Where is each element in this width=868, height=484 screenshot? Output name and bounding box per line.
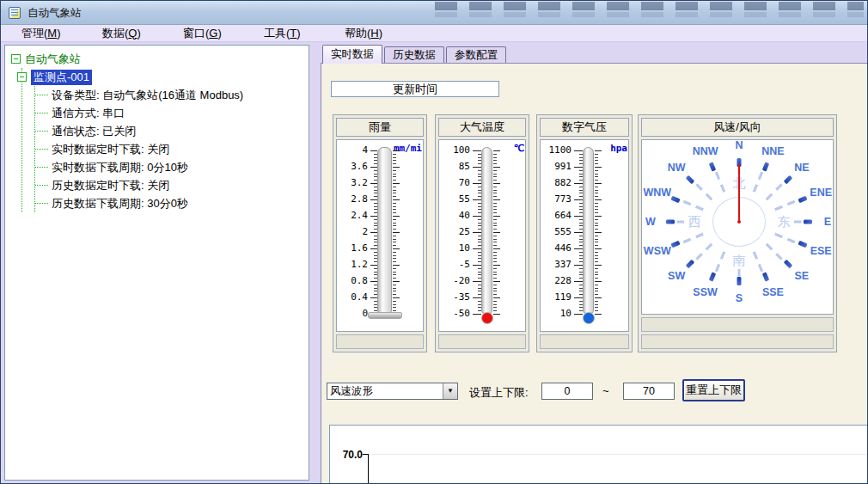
gauge-tick (595, 150, 602, 151)
tree-station-row[interactable]: 监测点-001 (17, 68, 309, 86)
gauge-tick (493, 225, 497, 226)
menu-item-Q[interactable]: 数据(Q) (102, 26, 183, 41)
gauge-tick (595, 157, 598, 158)
gauge-tick (595, 281, 602, 282)
compass-cardinal-S: 南 (733, 252, 746, 268)
gauge-tick (493, 174, 497, 175)
gauge-scale-label: -20 (439, 276, 470, 286)
gauge-tick (574, 216, 583, 217)
gauge-scale-label: 119 (541, 292, 572, 303)
lower-limit-input[interactable] (541, 383, 593, 400)
gauge-tick (393, 167, 400, 168)
menu-item-T[interactable]: 工具(T) (264, 26, 345, 41)
tree-property-row[interactable]: 设备类型: 自动气象站(16通道 Modbus) (35, 86, 309, 104)
compass-dash-E (791, 221, 802, 224)
compass-center-dot (737, 220, 741, 224)
gauge-tick (370, 232, 377, 233)
compass-marker-E (804, 220, 812, 224)
thermometer-1: mm/mi43.63.22.82.421.61.20.80.40 (336, 139, 424, 332)
device-tree: 自动气象站 监测点-001 设备类型: 自动气象站(16通道 Modbus)通信… (5, 46, 309, 212)
tree-property-row[interactable]: 通信方式: 串口 (35, 104, 309, 122)
menu-item-M[interactable]: 管理(M) (21, 26, 102, 41)
tree-property-label: 通信方式: 串口 (52, 106, 125, 121)
gauge-tick (595, 196, 598, 197)
gauge-tick (393, 232, 400, 233)
gauge-tick (370, 199, 377, 200)
gauge-tick (595, 223, 598, 224)
compass-label-ENE: ENE (810, 187, 832, 199)
gauge-scale-label: 0.4 (337, 292, 368, 303)
gauge-tick (493, 232, 500, 233)
gauge-tick (574, 167, 583, 168)
gauge-scale-label: 337 (541, 260, 572, 270)
tree-connector (35, 203, 48, 204)
tree-property-label: 设备类型: 自动气象站(16通道 Modbus) (52, 88, 243, 103)
tree-property-row[interactable]: 实时数据定时下载: 关闭 (35, 140, 309, 158)
tree-expander-icon[interactable] (17, 72, 27, 82)
gauge-tick (493, 163, 497, 164)
compass-dash-ESE (770, 231, 795, 243)
gauge-tick (393, 258, 396, 259)
gauge-tick (595, 291, 598, 291)
waveform-select[interactable]: 风速波形 ▼ (327, 383, 458, 400)
gauge-scale-label: 10 (439, 243, 470, 254)
compass-marker-NNW (709, 162, 716, 172)
compass-marker-WSW (671, 241, 681, 248)
update-time-button[interactable]: 更新时间 (331, 81, 499, 97)
compass-label-ESE: ESE (810, 245, 832, 257)
upper-limit-input[interactable] (623, 383, 675, 400)
gauge-tick (393, 187, 396, 187)
gauge-scale-label: 40 (439, 211, 470, 221)
tab-3[interactable]: 参数配置 (446, 46, 506, 63)
gauge-tick (393, 304, 396, 305)
gauge-tick (493, 187, 497, 187)
reset-limits-button[interactable]: 重置上下限 (682, 379, 745, 401)
gauge-tick (493, 255, 497, 256)
tab-1[interactable]: 实时数据 (322, 45, 382, 64)
gauge-tick (393, 163, 396, 164)
tree-station-label[interactable]: 监测点-001 (31, 70, 92, 85)
tree-expander-icon[interactable] (11, 54, 21, 64)
tree-property-row[interactable]: 历史数据下载周期: 30分0秒 (35, 194, 309, 212)
menu-item-H[interactable]: 帮助(H) (345, 26, 425, 41)
compass-marker-SE (783, 259, 792, 268)
tree-root-label[interactable]: 自动气象站 (25, 52, 81, 67)
gauge-tube (481, 147, 492, 314)
compass-marker-SW (686, 259, 695, 268)
gauge-tick (595, 294, 598, 295)
gauge-tick (393, 190, 396, 191)
gauge-tick (574, 248, 583, 249)
gauge-tick (493, 176, 497, 177)
gauge-tick (393, 268, 396, 269)
gauge-tick (595, 301, 598, 302)
compass-dash-NNW (715, 172, 727, 197)
tree-root-row[interactable]: 自动气象站 (11, 50, 309, 68)
gauge-tick (493, 219, 497, 220)
compass-label-W: W (645, 216, 656, 228)
compass-dash-NE (762, 183, 782, 203)
menu-item-G[interactable]: 窗口(G) (183, 26, 264, 41)
gauge-tick (574, 265, 583, 266)
tree-property-row[interactable]: 通信状态: 已关闭 (35, 122, 309, 140)
gauge-tick (473, 232, 481, 233)
gauge-tick (393, 281, 400, 282)
chevron-down-icon[interactable]: ▼ (443, 383, 457, 399)
gauge-tick (473, 314, 481, 315)
chart-gridline (369, 454, 868, 455)
gauge-tick (473, 183, 481, 184)
compass-dash-ENE (770, 200, 795, 212)
gauge-tick (393, 219, 396, 220)
gauge-tick (493, 288, 497, 289)
gauge-tick (393, 196, 396, 197)
tree-property-row[interactable]: 实时数据下载周期: 0分10秒 (35, 158, 309, 176)
gauge-scale-label: 228 (541, 276, 572, 286)
gauge-tick (595, 174, 598, 175)
tab-2[interactable]: 历史数据 (384, 46, 444, 63)
gauge-tick (370, 248, 377, 249)
tree-property-label: 历史数据定时下载: 关闭 (52, 178, 169, 193)
gauge-tick (595, 304, 598, 305)
thermometer-3: hpa110099188277366455544633722811910 (540, 139, 629, 332)
tree-property-row[interactable]: 历史数据定时下载: 关闭 (35, 176, 309, 194)
right-pane: 实时数据历史数据参数配置 更新时间 雨量mm/mi43.63.22.82.421… (321, 45, 867, 483)
compass-marker-W (666, 220, 675, 224)
